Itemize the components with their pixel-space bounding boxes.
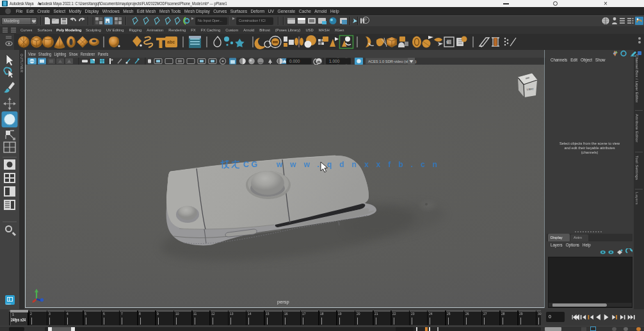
- svg-text:0.000: 0.000: [289, 59, 300, 63]
- svg-text:abc: abc: [167, 40, 175, 44]
- svg-text:N: N: [446, 40, 449, 44]
- svg-text:1.000: 1.000: [329, 59, 340, 63]
- svg-text:LEFT: LEFT: [527, 88, 534, 92]
